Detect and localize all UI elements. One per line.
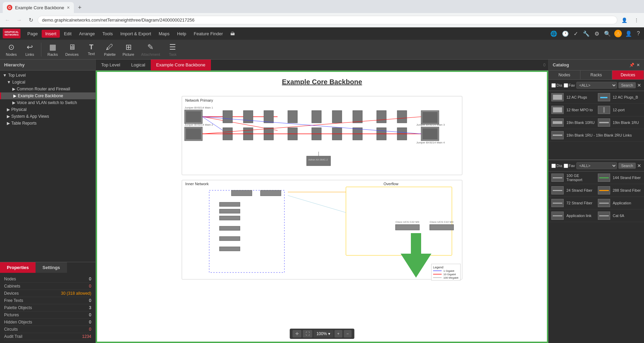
fav-check-input[interactable] (564, 83, 568, 88)
catalog-pin-icon[interactable]: 📌 (629, 63, 634, 67)
refresh-button[interactable]: ↻ (26, 15, 36, 25)
left-sidebar: Hierarchy ▼ Top Level ▼ Logical ▶ Common… (0, 60, 96, 343)
settings-button[interactable]: ⋮ (632, 15, 641, 25)
expand-icon-voice: ▶ (12, 100, 15, 105)
tree-item-toplevel[interactable]: ▼ Top Level (0, 72, 95, 79)
active-tab[interactable]: G Example Core Backbone × (3, 2, 74, 13)
forward-button[interactable]: → (14, 15, 24, 25)
diagram-bottom-bar: ✛ ⛶ 100% ▾ + − (290, 329, 354, 339)
breadcrumb-toplevel[interactable]: Top Level (96, 60, 126, 71)
wrench-icon[interactable]: 🔧 (581, 29, 591, 38)
diagram-wrapper: Example Core Backbone Network Primary Ju… (97, 72, 547, 287)
list-item[interactable]: 12 AC Plugs 12 AC Plugs_B (549, 91, 644, 104)
expand-icon-system: ▶ (7, 114, 10, 119)
diagram-area[interactable]: Example Core Backbone Network Primary Ju… (96, 71, 548, 343)
help-icon[interactable]: ? (635, 29, 641, 38)
list-item[interactable]: 19in Blank 10RU 19in Blank 1RU (549, 116, 644, 129)
menu-maps[interactable]: Maps (155, 30, 173, 38)
picture-tool[interactable]: ⊞ Picture (120, 41, 137, 58)
tree-item-table-reports[interactable]: ▶ Table Reports (0, 120, 95, 127)
user-icon[interactable]: 👤 (624, 29, 633, 38)
zoom-out-button[interactable]: − (344, 330, 351, 338)
nodes-tool[interactable]: ⊙ Nodes (3, 41, 20, 58)
back-button[interactable]: ← (3, 15, 12, 25)
catalog-tab-nodes[interactable]: Nodes (549, 71, 580, 79)
list-item[interactable]: 100 GE Transport 144 Strand Fiber (549, 172, 644, 184)
menu-tools[interactable]: Tools (99, 30, 116, 38)
dia-checkbox-2[interactable]: Dia (551, 164, 562, 168)
fit-button[interactable]: ⛶ (303, 330, 312, 338)
text-tool[interactable]: T Text (83, 42, 100, 57)
links-tool[interactable]: ↩ Links (21, 41, 38, 58)
svg-rect-39 (307, 156, 331, 166)
filter-select-1[interactable]: <ALL> (576, 82, 617, 89)
item-label-19blank10: 19in Blank 10RU (566, 120, 595, 125)
svg-text:100 Megabit: 100 Megabit (443, 276, 459, 279)
tree-item-voice-vlan[interactable]: ▶ Voice and VLAN switch to Switch (0, 99, 95, 106)
dia-checkbox[interactable]: Dia (551, 83, 562, 88)
move-button[interactable]: ✛ (293, 330, 301, 338)
svg-rect-10 (243, 111, 253, 123)
item-thumb-cat6a (598, 212, 610, 220)
menu-feature-finder[interactable]: Feature Finder (190, 30, 226, 38)
tree-item-example-core[interactable]: ▶ Example Core Backbone (0, 92, 95, 99)
fav-checkbox-2[interactable]: Fav (564, 164, 575, 168)
svg-rect-52 (260, 190, 281, 196)
counter-badge[interactable]: 0 (540, 63, 548, 67)
search-icon[interactable]: 🔍 (603, 29, 612, 38)
dia-check-input-2[interactable] (551, 164, 556, 168)
menu-user-icon[interactable]: 🏔 (227, 30, 238, 38)
close-section2-btn[interactable]: ✕ (637, 163, 641, 168)
catalog-close-icon[interactable]: ✕ (636, 63, 640, 67)
warning-icon[interactable]: ⚠ (614, 30, 622, 37)
close-tab-btn[interactable]: × (67, 5, 70, 10)
menu-edit[interactable]: Edit (61, 30, 75, 38)
catalog-tab-devices[interactable]: Devices (612, 71, 644, 79)
hierarchy-tree: ▼ Top Level ▼ Logical ▶ Common Router an… (0, 71, 95, 262)
list-item[interactable]: 12 fiber MPO to 12-port (549, 104, 644, 116)
list-item[interactable]: 24 Strand Fiber 288 Strand Fiber (549, 184, 644, 197)
check-icon[interactable]: ✓ (572, 29, 579, 38)
new-tab-button[interactable]: + (75, 3, 84, 13)
fav-check-input-2[interactable] (564, 164, 568, 168)
close-section1-btn[interactable]: ✕ (637, 82, 641, 88)
list-item[interactable]: Application link Cat 6A (549, 209, 644, 222)
task-label: Task (169, 52, 177, 56)
menu-help[interactable]: Help (174, 30, 190, 38)
tab-properties[interactable]: Properties (0, 262, 36, 273)
menu-import-export[interactable]: Import & Export (117, 30, 155, 38)
dia-check-input[interactable] (551, 83, 556, 88)
menu-page[interactable]: Page (24, 30, 41, 38)
racks-tool[interactable]: ▦ Racks (44, 41, 61, 58)
tree-item-common-router[interactable]: ▶ Common Router and Firewall (0, 86, 95, 92)
tree-item-system-views[interactable]: ▶ System & App Views (0, 113, 95, 120)
item-label-100ge: 100 GE Transport (566, 174, 595, 182)
filter-select-2[interactable]: <ALL> (576, 162, 617, 169)
fav-checkbox[interactable]: Fav (564, 83, 575, 88)
svg-rect-16 (377, 111, 386, 123)
catalog-tab-racks[interactable]: Racks (580, 71, 612, 79)
breadcrumb-example-core[interactable]: Example Core Backbone (151, 60, 211, 71)
list-item[interactable]: 19in Blank 1RU - 19in Blank 2RU Links (549, 129, 644, 142)
search-button-2[interactable]: Search (618, 163, 636, 169)
profile-button[interactable]: 👤 (619, 15, 629, 25)
palette-tool[interactable]: 🖊 Palette (101, 41, 118, 58)
address-bar[interactable] (38, 16, 617, 24)
tree-item-logical[interactable]: ▼ Logical (0, 79, 95, 86)
tab-settings[interactable]: Settings (36, 262, 67, 273)
clock-icon[interactable]: 🕐 (561, 29, 570, 38)
devices-tool[interactable]: 🖥 Devices (63, 41, 81, 58)
list-item[interactable]: 72 Strand Fiber Application (549, 197, 644, 209)
item-label-applink: Application link (566, 214, 595, 218)
svg-rect-19 (422, 112, 438, 123)
properties-content: Nodes 0 Cabinets 0 Devices 30 (318 allow… (0, 273, 95, 343)
search-button-1[interactable]: Search (618, 82, 636, 88)
breadcrumb-logical[interactable]: Logical (126, 60, 151, 71)
globe-icon[interactable]: 🌐 (549, 29, 559, 38)
gear-icon[interactable]: ⚙ (593, 29, 601, 38)
prop-audit: Audit Trail 1234 (4, 333, 91, 340)
menu-insert[interactable]: Insert (42, 30, 60, 38)
menu-arrange[interactable]: Arrange (76, 30, 98, 38)
zoom-in-button[interactable]: + (334, 330, 342, 338)
tree-item-physical[interactable]: ▶ Physical (0, 106, 95, 113)
